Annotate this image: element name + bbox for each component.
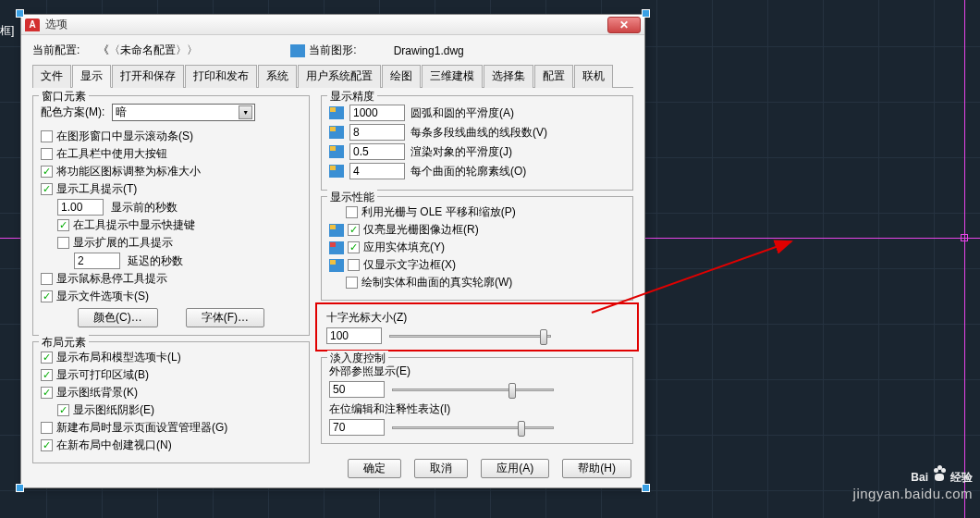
print-area-checkbox[interactable] — [41, 369, 53, 381]
chevron-down-icon — [239, 105, 252, 119]
tab-3d[interactable]: 三维建模 — [422, 65, 483, 88]
cad-icon — [329, 165, 344, 178]
color-scheme-label: 配色方案(M): — [41, 105, 104, 120]
fade-legend: 淡入度控制 — [327, 351, 388, 366]
textonly-checkbox[interactable] — [348, 259, 360, 271]
drawing-name: Drawing1.dwg — [394, 44, 464, 57]
selection-handle[interactable] — [642, 9, 650, 18]
crosshair-highlight: 十字光标大小(Z) — [315, 302, 639, 352]
highlight-checkbox[interactable] — [348, 224, 360, 236]
raster-checkbox[interactable] — [346, 206, 358, 218]
layout-legend: 布局元素 — [39, 335, 89, 351]
tooltips-checkbox[interactable] — [41, 183, 53, 195]
options-dialog: A 选项 ✕ 当前配置: 《〈未命名配置〉〉 当前图形: Drawing1.dw… — [20, 14, 645, 488]
window-elements-group: 窗口元素 配色方案(M): 暗 在图形窗口中显示滚动条(S) 在工具栏中使用大按… — [32, 95, 310, 336]
layout-elements-group: 布局元素 显示布局和模型选项卡(L) 显示可打印区域(B) 显示图纸背景(K) … — [32, 341, 310, 463]
cad-icon — [329, 259, 344, 272]
tab-open-save[interactable]: 打开和保存 — [112, 65, 184, 88]
paper-shadow-checkbox[interactable] — [57, 404, 69, 416]
cad-icon — [329, 126, 344, 139]
watermark: Bai 经验 jingyan.baidu.com — [853, 468, 973, 501]
crosshair-group: 十字光标大小(Z) — [323, 308, 631, 346]
shortcut-checkbox[interactable] — [57, 219, 69, 231]
help-button[interactable]: 帮助(H) — [562, 459, 631, 478]
apply-button[interactable]: 应用(A) — [481, 459, 549, 478]
crosshair-legend: 十字光标大小(Z) — [326, 311, 407, 324]
selection-handle[interactable] — [642, 484, 650, 492]
surf-input[interactable] — [349, 163, 405, 179]
left-label: 框] — [0, 23, 14, 39]
config-name: 《〈未命名配置〉〉 — [98, 43, 198, 58]
selection-handle[interactable] — [16, 484, 24, 492]
crosshair-slider[interactable] — [389, 335, 551, 338]
seg-input[interactable] — [349, 124, 405, 141]
ok-button[interactable]: 确定 — [348, 459, 401, 478]
filetabs-checkbox[interactable] — [41, 290, 53, 302]
viewport-checkbox[interactable] — [41, 439, 53, 451]
big-buttons-checkbox[interactable] — [41, 148, 53, 160]
cad-icon — [329, 241, 344, 254]
paw-icon — [932, 468, 947, 481]
tab-selection[interactable]: 选择集 — [484, 65, 533, 88]
cad-icon — [329, 224, 344, 237]
color-scheme-select[interactable]: 暗 — [112, 104, 255, 121]
tab-profiles[interactable]: 配置 — [534, 65, 573, 88]
tabs: 文件 显示 打开和保存 打印和发布 系统 用户系统配置 绘图 三维建模 选择集 … — [32, 64, 633, 88]
slider-thumb[interactable] — [508, 383, 516, 399]
perf-legend: 显示性能 — [327, 190, 377, 205]
tab-display[interactable]: 显示 — [72, 65, 111, 88]
dialog-title: 选项 — [45, 17, 607, 32]
tab-drawing[interactable]: 绘图 — [382, 65, 421, 88]
ext-delay-input[interactable] — [74, 253, 120, 269]
drawing-label: 当前图形: — [309, 43, 356, 58]
colors-button[interactable]: 颜色(C)… — [78, 308, 158, 327]
slider-thumb[interactable] — [540, 329, 547, 345]
precision-legend: 显示精度 — [327, 89, 377, 105]
arc-smooth-input[interactable] — [349, 105, 405, 121]
fill-checkbox[interactable] — [348, 241, 360, 253]
paper-bg-checkbox[interactable] — [41, 387, 53, 399]
window-legend: 窗口元素 — [39, 89, 89, 105]
drawing-icon — [290, 44, 305, 57]
cad-icon — [329, 145, 344, 158]
inplace-slider[interactable] — [392, 426, 554, 429]
fonts-button[interactable]: 字体(F)… — [186, 308, 264, 327]
xref-slider[interactable] — [392, 388, 554, 391]
titlebar: A 选项 ✕ — [21, 15, 644, 35]
fade-control-group: 淡入度控制 外部参照显示(E) 在位编辑和注释性表达(I) — [321, 357, 633, 444]
inplace-label: 在位编辑和注释性表达(I) — [329, 401, 625, 417]
cad-icon — [329, 106, 344, 119]
crosshair-marker — [961, 234, 968, 241]
extended-checkbox[interactable] — [57, 237, 69, 249]
tab-user[interactable]: 用户系统配置 — [298, 65, 381, 88]
tab-online[interactable]: 联机 — [574, 65, 613, 88]
resize-ribbon-checkbox[interactable] — [41, 166, 53, 178]
tooltip-delay-input[interactable] — [57, 199, 104, 216]
selection-handle[interactable] — [16, 9, 24, 18]
tab-system[interactable]: 系统 — [258, 65, 297, 88]
model-tabs-checkbox[interactable] — [41, 352, 53, 364]
render-smooth-input[interactable] — [349, 143, 405, 160]
hover-checkbox[interactable] — [41, 273, 53, 285]
tab-plot[interactable]: 打印和发布 — [185, 65, 257, 88]
inplace-fade-input[interactable] — [329, 419, 385, 436]
page-setup-checkbox[interactable] — [41, 422, 53, 434]
display-performance-group: 显示性能 利用光栅与 OLE 平移和缩放(P) 仅亮显光栅图像边框(R) 应用实… — [321, 196, 633, 301]
silhouette-checkbox[interactable] — [346, 277, 358, 289]
scrollbars-checkbox[interactable] — [41, 130, 53, 142]
display-precision-group: 显示精度 圆弧和圆的平滑度(A) 每条多段线曲线的线段数(V) 渲染对象的平滑度… — [321, 95, 633, 191]
close-button[interactable]: ✕ — [607, 17, 641, 33]
cancel-button[interactable]: 取消 — [414, 459, 468, 478]
config-label: 当前配置: — [32, 43, 80, 58]
xref-fade-input[interactable] — [329, 381, 385, 398]
crosshair-size-input[interactable] — [326, 327, 382, 344]
tab-file[interactable]: 文件 — [32, 65, 71, 88]
app-icon: A — [25, 18, 40, 31]
slider-thumb[interactable] — [518, 421, 525, 437]
